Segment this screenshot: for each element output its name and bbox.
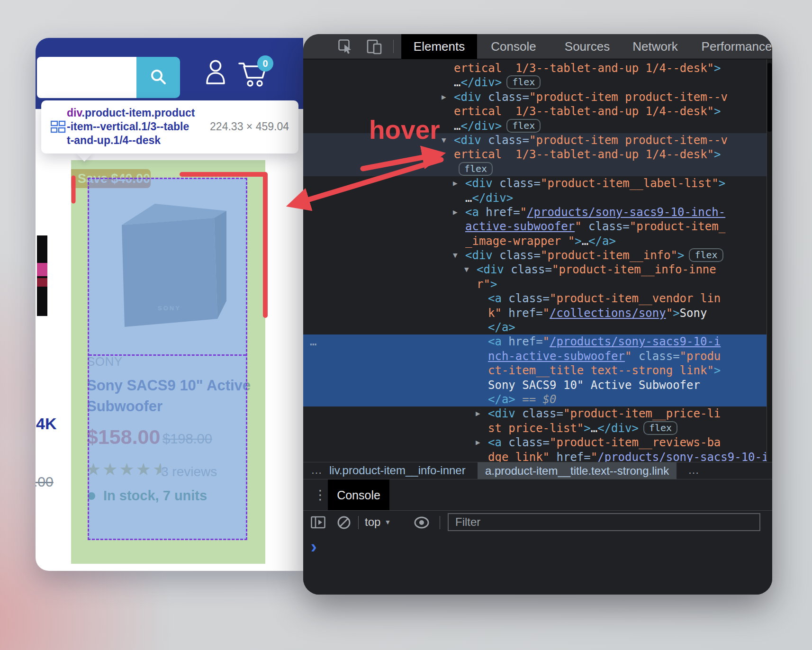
stock-dot-icon — [88, 492, 95, 500]
tooltip-dimensions: 224.33 × 459.04 — [210, 120, 289, 133]
flex-badge[interactable]: flex — [459, 162, 493, 176]
star-icon: ★ — [102, 460, 119, 479]
inspect-tooltip: div.product-item.product -item--vertical… — [41, 100, 298, 153]
product-title-link[interactable]: Sony SACS9 10" Active Subwoofer — [87, 375, 253, 417]
more-actions-icon[interactable]: … — [310, 334, 317, 349]
search-input[interactable] — [37, 57, 136, 98]
product-price: $158.00 — [87, 425, 160, 449]
expand-arrow-icon[interactable]: ▶ — [453, 176, 458, 190]
product-vendor[interactable]: SONY — [87, 354, 123, 369]
product-compare-price: $198.00 — [162, 431, 212, 447]
devtools-code-line[interactable]: ▶<div class="product-item__label-list"> — [303, 176, 772, 190]
save-badge: Save $40.00 — [71, 169, 151, 188]
star-icon: ★ — [119, 460, 136, 479]
devtools-code-line[interactable]: …</div>flex — [303, 75, 772, 90]
devtools-code-line[interactable]: _image-wrapper ">…</a> — [303, 234, 772, 248]
flex-badge[interactable]: flex — [689, 248, 723, 262]
adjacent-product-title-fragment: 4K — [36, 415, 56, 433]
flex-badge[interactable]: flex — [506, 75, 541, 89]
devtools-code-line[interactable]: flex — [303, 162, 772, 176]
desktop-background: 0 div.product-item.product -item--vertic… — [0, 0, 812, 650]
devtools-code-line[interactable]: </a> — [303, 320, 772, 334]
rating-stars: ★★★★★ — [86, 460, 169, 479]
console-filter-input[interactable] — [448, 513, 760, 531]
tab-console-drawer[interactable]: Console — [328, 479, 389, 511]
element-badge-icon — [51, 120, 66, 135]
breadcrumb-item-info-inner[interactable]: liv.product-item__info-inner — [329, 464, 466, 477]
tab-sources[interactable]: Sources — [560, 34, 614, 59]
tab-elements[interactable]: Elements — [401, 34, 477, 59]
breadcrumb-overflow-trail-icon[interactable]: … — [688, 463, 699, 477]
devtools-code-line[interactable]: ▶<a class="product-item__reviews-ba — [303, 435, 772, 450]
devtools-code-line[interactable]: </a> == $0 — [303, 392, 772, 406]
tab-performance[interactable]: Performance — [701, 34, 772, 59]
breadcrumb: … liv.product-item__info-inner a.product… — [303, 462, 772, 479]
devtools-code-line[interactable]: …</div> — [303, 191, 772, 205]
adjacent-product-image — [37, 235, 47, 316]
devtools-code-line[interactable]: ▶<div class="product-item product-item--… — [303, 90, 772, 104]
devtools-code-line[interactable]: dge link" href="/products/sony-sacs9-10-… — [303, 450, 772, 462]
devtools-code-line[interactable]: …</div>flex — [303, 119, 772, 133]
inspect-element-icon[interactable] — [338, 39, 353, 56]
cart-count-badge: 0 — [257, 55, 273, 72]
devtools-code-line[interactable]: ertical 1/3--tablet-and-up 1/4--desk"> — [303, 147, 772, 162]
breadcrumb-overflow-icon[interactable]: … — [311, 463, 322, 477]
search-button[interactable] — [136, 57, 180, 98]
eye-icon[interactable] — [413, 516, 430, 531]
execution-context-dropdown[interactable]: top▼ — [365, 515, 391, 529]
devtools-code-line[interactable]: nch-active-subwoofer" class="produ — [303, 349, 772, 363]
devtools-code-line[interactable]: k" href="/collections/sony">Sony — [303, 306, 772, 320]
devtools-code-line[interactable]: r"> — [303, 277, 772, 291]
shop-window: 0 div.product-item.product -item--vertic… — [36, 38, 303, 571]
expand-arrow-icon[interactable]: ▶ — [453, 205, 458, 219]
breadcrumb-item-title-link[interactable]: a.product-item__title.text--strong.link — [478, 462, 677, 479]
product-image[interactable]: SONY — [112, 192, 226, 334]
expand-arrow-icon[interactable]: ▶ — [476, 435, 480, 450]
devtools-code-line[interactable]: st price-list">…</div>flex — [303, 421, 772, 435]
search-icon — [150, 69, 166, 86]
devtools-code-line[interactable]: Sony SACS9 10" Active Subwoofer — [303, 378, 772, 392]
devtools-code-line[interactable]: ct-item__title text--strong link"> — [303, 363, 772, 378]
drawer-tabbar: ⋮ Console — [303, 479, 772, 511]
toolbar-divider — [358, 516, 359, 529]
devtools-window: ElementsConsoleSourcesNetworkPerformance… — [303, 34, 772, 595]
kebab-menu-icon[interactable]: ⋮ — [314, 487, 327, 503]
tab-console[interactable]: Console — [491, 34, 536, 59]
flex-badge[interactable]: flex — [643, 421, 677, 435]
devtools-code-line[interactable]: ▼<div class="product-item__info">flex — [303, 248, 772, 262]
expand-arrow-icon[interactable]: ▶ — [476, 406, 480, 421]
scrollbar-thumb[interactable] — [767, 63, 772, 132]
devtools-code-line[interactable]: active-subwoofer" class="product-item_ — [303, 219, 772, 234]
devtools-code-line[interactable]: ertical 1/3--tablet-and-up 1/4--desk"> — [303, 61, 772, 75]
chevron-down-icon: ▼ — [384, 518, 391, 526]
tab-network[interactable]: Network — [631, 34, 679, 59]
stock-status: In stock, 7 units — [103, 488, 207, 504]
console-sidebar-icon[interactable] — [311, 515, 326, 532]
reviews-count[interactable]: 3 reviews — [161, 464, 217, 479]
collapse-arrow-icon[interactable]: ▼ — [442, 133, 446, 147]
tabbar-divider — [393, 40, 394, 53]
adjacent-product-price-fragment: .00 — [36, 474, 54, 490]
clear-console-icon[interactable] — [336, 515, 352, 532]
devtools-code-line[interactable]: ertical 1/3--tablet-and-up 1/4--desk"> — [303, 104, 772, 118]
console-prompt-icon[interactable]: › — [311, 537, 317, 557]
devtools-tabbar: ElementsConsoleSourcesNetworkPerformance — [303, 34, 772, 59]
console-toolbar: top▼ — [303, 510, 772, 535]
collapse-arrow-icon[interactable]: ▼ — [453, 248, 458, 262]
devtools-code-line[interactable]: ▼<div class="product-item product-item--… — [303, 133, 772, 147]
devtools-code-line[interactable]: <a class="product-item__vendor lin — [303, 291, 772, 306]
toolbar-divider — [440, 516, 440, 529]
flex-badge[interactable]: flex — [506, 119, 541, 133]
devtools-code-line[interactable]: ▶<div class="product-item__price-li — [303, 406, 772, 421]
devtools-code-line[interactable]: ▼<div class="product-item__info-inne — [303, 262, 772, 277]
elements-tree: ertical 1/3--tablet-and-up 1/4--desk">…<… — [303, 59, 772, 462]
account-icon[interactable] — [205, 59, 226, 87]
star-icon: ★ — [136, 460, 153, 479]
console-output[interactable]: › — [303, 534, 772, 595]
devtools-code-line[interactable]: ▶<a href="/products/sony-sacs9-10-inch- — [303, 205, 772, 219]
scrollbar-track[interactable] — [767, 59, 772, 462]
collapse-arrow-icon[interactable]: ▼ — [464, 262, 469, 277]
device-toolbar-icon[interactable] — [367, 39, 383, 56]
expand-arrow-icon[interactable]: ▶ — [442, 90, 446, 104]
devtools-code-line[interactable]: …<a href="/products/sony-sacs9-10-i — [303, 334, 772, 349]
